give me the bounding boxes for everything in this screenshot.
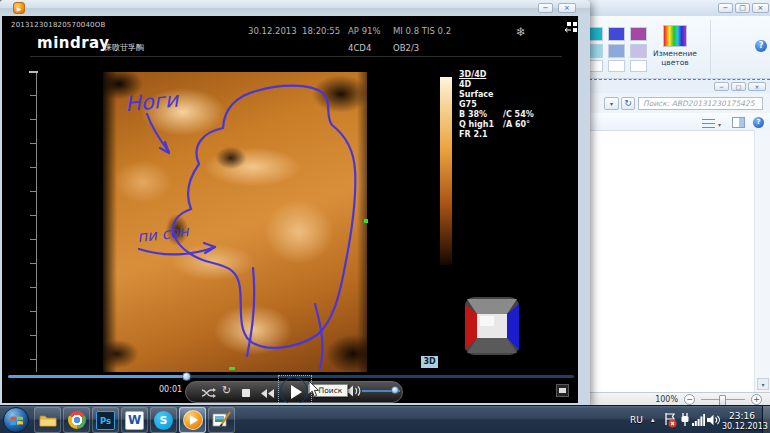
exam-date: 30.12.2013 <box>248 26 297 36</box>
probe-name: 4CD4 <box>348 43 371 53</box>
media-player-icon <box>183 410 203 430</box>
taskbar-paint-button[interactable] <box>208 407 235 433</box>
volume-tray-icon[interactable] <box>707 414 720 426</box>
mute-button[interactable] <box>346 385 362 397</box>
annotation-second-label: пи сон <box>136 222 191 246</box>
paint-close-button[interactable]: × <box>752 3 769 13</box>
chrome-icon <box>68 411 86 429</box>
desktop: − □ × Изменение цветов ? − □ × ▾ ↻ Поиск… <box>0 0 770 433</box>
repeat-button[interactable]: ↻ <box>222 385 231 397</box>
rewind-button[interactable] <box>261 389 275 398</box>
show-desktop-button[interactable] <box>762 406 770 433</box>
header-divider <box>30 56 562 57</box>
taskbar-media-player-button[interactable] <box>179 407 206 433</box>
clock-date: 30.12.2013 <box>722 422 768 431</box>
minimize-button[interactable]: − <box>714 82 729 91</box>
zoom-out-button[interactable]: − <box>684 394 695 405</box>
scrollbar[interactable]: ▾ <box>754 130 770 392</box>
close-button[interactable]: × <box>748 82 766 91</box>
action-center-icon[interactable] <box>663 411 677 429</box>
search-input[interactable]: Поиск: ABD20131230175425 <box>638 97 763 110</box>
change-view-icon[interactable] <box>702 119 715 128</box>
stop-button[interactable] <box>242 389 250 397</box>
view-options-icon[interactable] <box>564 22 578 33</box>
color-swatch[interactable] <box>608 27 625 41</box>
windows-logo-icon <box>10 414 24 428</box>
skype-icon: S <box>154 411 173 430</box>
mouse-cursor <box>308 381 320 399</box>
mi-tis: MI 0.8 TIS 0.2 <box>393 26 451 36</box>
player-titlebar[interactable] <box>0 0 590 16</box>
annotation-arrow-right <box>139 247 215 254</box>
brand-cjk-text: 徕嗷苷孚醄 <box>104 42 144 53</box>
edit-colors-label: Изменение цветов <box>644 49 706 68</box>
annotation-outline <box>173 86 355 348</box>
q-setting: Q high1 <box>459 120 503 130</box>
photoshop-icon: Ps <box>96 411 115 430</box>
freeze-snowflake-icon: ❄ <box>516 25 526 39</box>
acoustic-power: AP 91% <box>348 26 381 36</box>
seek-thumb[interactable] <box>182 372 191 381</box>
color-swatch[interactable] <box>608 44 625 58</box>
play-button[interactable] <box>280 377 308 403</box>
study-id: 201312301820570040OB <box>11 21 105 29</box>
zoom-slider[interactable] <box>701 399 745 400</box>
explorer-help-icon[interactable]: ? <box>753 117 764 128</box>
exam-time: 18:20:55 <box>302 26 340 36</box>
language-indicator[interactable]: RU <box>630 415 643 425</box>
mode-line: B 38% /C 54% <box>459 110 571 120</box>
video-area[interactable]: 201312301820570040OB 30.12.2013 18:20:55… <box>2 16 578 403</box>
mode-line: Surface <box>459 90 571 100</box>
media-player-icon: ▶ <box>13 2 25 14</box>
fullscreen-button[interactable] <box>556 384 569 397</box>
volume-thumb[interactable] <box>391 386 399 394</box>
zoom-in-button[interactable]: + <box>751 394 762 405</box>
grayscale-colorbar <box>440 77 452 265</box>
address-dropdown-button[interactable]: ▾ <box>604 97 619 110</box>
paint-minimize-button[interactable]: − <box>718 3 733 13</box>
taskbar-word-button[interactable]: W <box>121 407 148 433</box>
c-gain: /C 54% <box>503 110 534 120</box>
maximize-button[interactable]: □ <box>731 82 746 91</box>
paint-window: − □ × Изменение цветов ? − □ × ▾ ↻ Поиск… <box>584 0 770 405</box>
shuffle-button[interactable] <box>202 388 216 398</box>
help-icon[interactable]: ? <box>755 40 767 52</box>
show-hidden-icons[interactable]: ▴ <box>651 416 655 424</box>
elapsed-time: 00:01 <box>159 385 182 394</box>
taskbar-chrome-button[interactable] <box>63 407 90 433</box>
network-icon[interactable] <box>692 414 705 426</box>
taskbar: Ps W S RU ▴ <box>0 405 770 433</box>
zoom-slider-thumb[interactable] <box>719 395 726 406</box>
a-setting: /A 60° <box>503 120 530 130</box>
ribbon-separator <box>710 20 711 74</box>
rainbow-icon <box>663 25 687 47</box>
annotation-overlay: Ноги пи сон <box>103 72 367 372</box>
clock-time: 23:16 <box>729 411 755 421</box>
color-swatch[interactable] <box>630 27 647 41</box>
3d-badge: 3D <box>421 356 438 368</box>
player-close-button[interactable]: × <box>558 3 576 13</box>
mindray-logo: mindray <box>37 34 110 52</box>
paint-maximize-button[interactable]: □ <box>735 3 750 13</box>
eject-hardware-icon[interactable] <box>679 413 691 426</box>
paint-statusbar: 100% − + <box>584 392 770 405</box>
green-marker <box>364 219 368 223</box>
scroll-down-arrow[interactable]: ▾ <box>757 378 769 390</box>
refresh-button[interactable]: ↻ <box>621 97 635 110</box>
taskbar-skype-button[interactable]: S <box>150 407 177 433</box>
depth-ruler <box>36 72 37 372</box>
start-button[interactable] <box>3 407 29 433</box>
depth-ruler-ticks <box>30 72 36 372</box>
view-dropdown-icon[interactable]: ▾ <box>718 121 721 128</box>
color-swatch-empty[interactable] <box>608 60 625 72</box>
taskbar-photoshop-button[interactable]: Ps <box>92 407 119 433</box>
paint-canvas[interactable]: − □ × ▾ ↻ Поиск: ABD20131230175425 ▾ ? ▾ <box>589 79 770 392</box>
taskbar-explorer-button[interactable] <box>34 407 61 433</box>
exam-preset: OB2/3 <box>393 43 419 53</box>
player-minimize-button[interactable]: − <box>538 3 553 13</box>
depth-ruler-marker <box>29 71 38 73</box>
mode-line: G75 <box>459 100 571 110</box>
preview-pane-icon[interactable] <box>732 117 745 128</box>
media-player-window: ▶ − × 201312301820570040OB 30.12.2013 18… <box>0 0 590 405</box>
mode-line: Q high1 /A 60° <box>459 120 571 130</box>
